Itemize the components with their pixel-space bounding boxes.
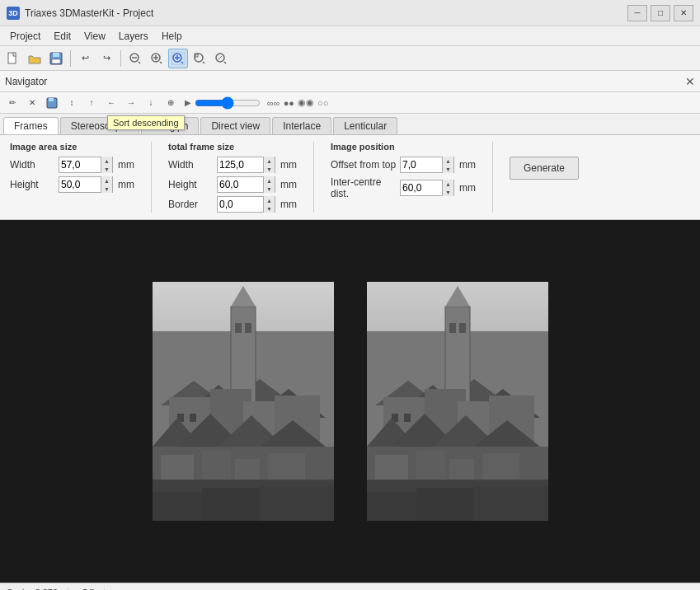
- image-area-height-down[interactable]: ▼: [101, 185, 112, 193]
- tabs-bar: Frames Stereoscop... Anaglph Direct view…: [0, 114, 700, 135]
- svg-rect-53: [260, 486, 334, 521]
- image-area-height-up[interactable]: ▲: [101, 176, 112, 185]
- svg-rect-63: [459, 323, 466, 333]
- nav-tools: ✏ ✕ ↕ ↑ ← → ↓ ⊕ ▶ ∞∞ ●● ◉◉ ○○: [0, 92, 700, 114]
- image-area-width-up[interactable]: ▲: [101, 157, 112, 165]
- zoom-actual-button[interactable]: [211, 49, 231, 68]
- border-row: Border ▲ ▼ mm: [168, 196, 297, 213]
- redo-button[interactable]: ↪: [96, 49, 116, 68]
- total-height-down[interactable]: ▼: [264, 185, 275, 193]
- group-sep-1: [151, 142, 152, 213]
- total-width-field: ▲ ▼: [217, 157, 275, 173]
- svg-rect-81: [367, 492, 425, 521]
- image-area-height-row: Height ▲ ▼ mm: [10, 176, 134, 193]
- border-input[interactable]: [218, 197, 263, 212]
- svg-rect-39: [190, 414, 196, 422]
- menu-edit[interactable]: Edit: [47, 27, 78, 45]
- offset-spinbtns: ▲ ▼: [442, 157, 453, 173]
- tab-lenticular[interactable]: Lenticular: [333, 117, 397, 134]
- total-width-row: Width ▲ ▼ mm: [168, 157, 297, 173]
- controls-panel: Image area size Width ▲ ▼ mm Height ▲ ▼: [0, 135, 700, 220]
- zoom-out-button[interactable]: [125, 49, 145, 68]
- menu-help[interactable]: Help: [155, 27, 189, 45]
- total-width-down[interactable]: ▼: [264, 165, 275, 173]
- group-sep-3: [492, 142, 493, 213]
- image-area-height-label: Height: [10, 179, 55, 190]
- minimize-button[interactable]: ─: [627, 5, 647, 21]
- nav-up-btn[interactable]: ↑: [82, 95, 101, 111]
- navigator-close[interactable]: ✕: [685, 75, 695, 88]
- zoom-select-button[interactable]: [168, 49, 188, 68]
- image-area-height-field: ▲ ▼: [59, 176, 113, 193]
- zoom-in-button[interactable]: [147, 49, 167, 68]
- intercentre-input[interactable]: [401, 180, 442, 195]
- total-frame-size-group: total frame size Width ▲ ▼ mm Height ▲ ▼: [168, 142, 297, 213]
- nav-expand-btn[interactable]: ⊕: [162, 95, 180, 111]
- image-area-height-spinbtns: ▲ ▼: [101, 176, 112, 193]
- undo-button[interactable]: ↩: [75, 49, 95, 68]
- offset-down[interactable]: ▼: [443, 165, 453, 173]
- image-position-group: Image position Offset from top ▲ ▼ mm In…: [331, 142, 476, 199]
- svg-line-21: [218, 56, 222, 59]
- total-width-input[interactable]: [218, 157, 263, 172]
- svg-point-16: [195, 54, 203, 62]
- intercentre-spinbtns: ▲ ▼: [442, 180, 453, 196]
- total-width-up[interactable]: ▲: [264, 157, 275, 165]
- window-controls: ─ □ ✕: [627, 5, 693, 21]
- svg-rect-82: [416, 488, 482, 521]
- border-unit: mm: [280, 199, 297, 210]
- image-area-width-down[interactable]: ▼: [101, 165, 112, 173]
- nav-move-right-btn[interactable]: →: [122, 95, 140, 111]
- intercentre-down[interactable]: ▼: [443, 188, 453, 196]
- canvas-area: [0, 220, 700, 583]
- nav-slider[interactable]: [195, 96, 261, 110]
- nav-move-left-btn[interactable]: ←: [102, 95, 120, 111]
- offset-up[interactable]: ▲: [443, 157, 453, 165]
- offset-input[interactable]: [401, 157, 442, 172]
- menu-layers[interactable]: Layers: [112, 27, 155, 45]
- border-field: ▲ ▼: [217, 196, 275, 213]
- svg-rect-62: [449, 323, 456, 333]
- tooltip-popup: Sort descending: [107, 115, 185, 130]
- nav-save-btn[interactable]: [43, 95, 61, 111]
- toolbar: ↩ ↪: [0, 46, 700, 71]
- save-button[interactable]: [46, 49, 66, 68]
- svg-rect-33: [245, 323, 251, 333]
- tab-direct-view[interactable]: Direct view: [200, 117, 270, 134]
- new-button[interactable]: [3, 49, 23, 68]
- generate-button[interactable]: Generate: [510, 157, 579, 180]
- image-area-width-input[interactable]: [59, 157, 101, 172]
- tab-frames[interactable]: Frames: [3, 117, 59, 134]
- intercentre-row: Inter-centre dist. ▲ ▼ mm: [331, 176, 476, 199]
- menu-view[interactable]: View: [78, 27, 112, 45]
- maximize-button[interactable]: □: [651, 5, 670, 21]
- intercentre-up[interactable]: ▲: [443, 180, 453, 188]
- zoom-fit-button[interactable]: [190, 49, 209, 68]
- window-title: Triaxes 3DMasterKit - Project: [25, 7, 627, 19]
- title-bar: 3D Triaxes 3DMasterKit - Project ─ □ ✕: [0, 0, 700, 26]
- toolbar-sep-1: [70, 50, 71, 67]
- close-button[interactable]: ✕: [674, 5, 693, 21]
- nav-down-btn[interactable]: ↓: [142, 95, 160, 111]
- border-down[interactable]: ▼: [264, 204, 275, 213]
- menu-project[interactable]: Project: [3, 27, 47, 45]
- nav-delete-btn[interactable]: ✕: [23, 95, 41, 111]
- photo-left: [153, 282, 334, 521]
- svg-line-6: [139, 62, 140, 63]
- total-height-up[interactable]: ▲: [264, 176, 275, 185]
- image-area-height-input[interactable]: [59, 177, 101, 192]
- tab-interlace[interactable]: Interlace: [272, 117, 331, 134]
- border-up[interactable]: ▲: [264, 196, 275, 204]
- offset-label: Offset:: [82, 588, 108, 591]
- image-area-width-label: Width: [10, 159, 55, 171]
- nav-sort-btn[interactable]: ↕: [63, 95, 81, 111]
- nav-edit-btn[interactable]: ✏: [3, 95, 21, 111]
- svg-line-20: [224, 62, 226, 63]
- navigator-bar: Navigator ✕: [0, 71, 700, 92]
- svg-rect-32: [235, 323, 242, 333]
- total-height-input[interactable]: [218, 177, 263, 192]
- svg-line-17: [203, 62, 204, 63]
- border-spinbtns: ▲ ▼: [263, 196, 275, 213]
- open-button[interactable]: [25, 49, 45, 68]
- total-frame-size-title: total frame size: [168, 142, 297, 152]
